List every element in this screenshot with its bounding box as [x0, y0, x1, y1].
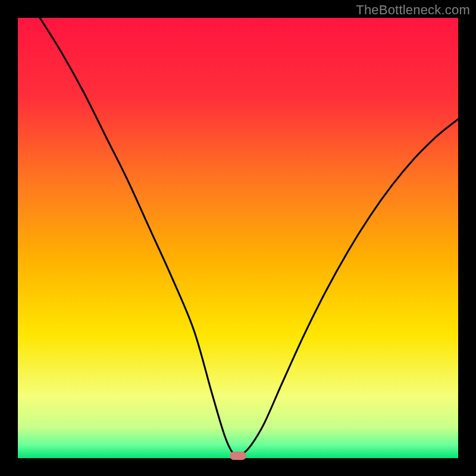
plot-area [18, 18, 458, 458]
attribution-text: TheBottleneck.com [356, 2, 470, 18]
optimal-marker [230, 452, 246, 460]
bottleneck-chart: TheBottleneck.com [0, 0, 476, 476]
chart-svg [0, 0, 476, 476]
